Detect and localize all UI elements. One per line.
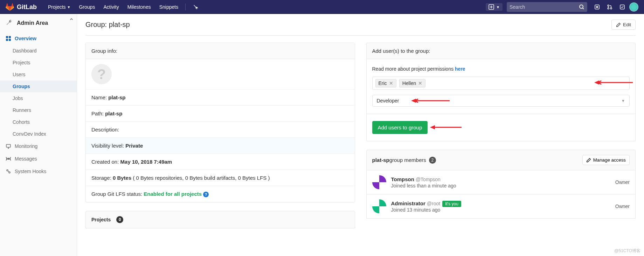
page-title: Group: plat-sp [85,21,130,29]
sidebar-item-dashboard[interactable]: Dashboard [0,45,77,57]
projects-count-badge: 0 [116,216,123,223]
sidebar-item-convdev[interactable]: ConvDev Index [0,128,77,140]
member-handle: @Tompson [416,177,441,182]
wrench-icon [6,19,13,26]
user-avatar[interactable] [629,2,638,12]
member-row: Administrator@rootIt's you Joined 13 min… [366,194,636,219]
user-token-input[interactable]: Eric✕ Hellen✕ [372,77,630,90]
remove-token-icon[interactable]: ✕ [389,80,393,86]
sidebar-item-cohorts[interactable]: Cohorts [0,116,77,128]
svg-rect-9 [9,36,11,38]
members-count-badge: 2 [429,157,436,164]
chevron-down-icon: ▼ [67,5,71,9]
members-head: plat-sp group members 2 Manage access [366,150,636,170]
sidebar-messages[interactable]: Messages [0,152,77,165]
chevron-down-icon: ▼ [496,5,500,9]
member-avatar[interactable] [372,175,386,189]
user-token[interactable]: Eric✕ [375,79,396,87]
search-input[interactable] [510,4,579,10]
sidebar-item-projects[interactable]: Projects [0,57,77,69]
search-icon [579,4,584,10]
help-icon[interactable]: ? [203,192,209,197]
monitor-icon [6,143,11,149]
group-avatar-row: ? [86,59,355,90]
nav-divider [185,3,186,10]
sidebar-item-users[interactable]: Users [0,69,77,80]
member-info: Administrator@rootIt's you Joined 13 min… [391,200,610,213]
nav-projects[interactable]: Projects▼ [44,0,75,14]
left-column: Group info: ? Name: plat-sp Path: plat-s… [85,43,355,228]
issues-link[interactable] [591,1,603,13]
edit-button[interactable]: Edit [611,20,636,30]
sidebar-item-jobs[interactable]: Jobs [0,92,77,104]
svg-point-13 [8,158,9,159]
manage-access-button[interactable]: Manage access [582,155,630,165]
svg-rect-11 [9,39,11,41]
page-header: Group: plat-sp Edit [85,17,636,36]
overview-icon [6,36,11,41]
member-joined: Joined 13 minutes ago [391,207,610,213]
role-select[interactable]: Developer ▼ [372,95,630,107]
group-path-row: Path: plat-sp [86,106,355,122]
group-storage-row: Storage: 0 Bytes ( 0 Bytes repositories,… [86,170,355,186]
nav-snippets[interactable]: Snippets [155,0,182,14]
annotation-arrow-icon [430,125,462,129]
add-users-button[interactable]: Add users to group [372,121,428,134]
pencil-icon [586,158,591,163]
member-joined: Joined less than a minute ago [391,183,610,189]
logo[interactable]: GitLab [6,3,37,11]
member-avatar[interactable] [372,199,386,213]
sidebar-item-groups[interactable]: Groups [0,80,77,92]
top-nav: GitLab Projects▼ Groups Activity Milesto… [0,0,644,14]
svg-rect-8 [6,36,8,38]
nav-items: Projects▼ Groups Activity Milestones Sni… [44,0,202,14]
group-name-row: Name: plat-sp [86,90,355,106]
annotation-arrow-icon [594,80,633,85]
add-users-body: Read more about project permissions here… [366,59,636,141]
sidebar-title[interactable]: Admin Area [0,14,77,32]
lfs-status-link[interactable]: Enabled for all projects [144,191,202,197]
member-handle: @root [427,201,440,206]
pencil-icon [616,22,621,27]
nav-groups[interactable]: Groups [75,0,99,14]
nav-milestones[interactable]: Milestones [123,0,155,14]
svg-rect-12 [6,144,11,147]
collapse-sidebar-button[interactable] [66,15,77,24]
search-box[interactable] [507,2,587,12]
its-you-badge: It's you [442,201,461,207]
plus-square-icon [489,4,494,10]
sidebar-monitoring[interactable]: Monitoring [0,140,77,152]
annotation-arrow-icon [411,99,450,103]
new-dropdown[interactable]: ▼ [486,3,503,11]
merge-requests-link[interactable] [604,1,615,13]
group-info-card: Group info: ? Name: plat-sp Path: plat-s… [85,43,355,202]
issues-icon [594,4,600,10]
broadcast-icon [6,156,11,162]
member-name[interactable]: Administrator [391,200,425,206]
add-users-head: Add user(s) to the group: [366,43,636,59]
group-visibility-row: Visibility level: Private [86,138,355,154]
svg-point-4 [608,5,609,6]
chevron-down-icon: ▼ [621,99,625,103]
sidebar-system-hooks[interactable]: System Hooks [0,165,77,178]
gitlab-logo-icon [6,3,14,11]
nav-admin-wrench[interactable] [188,0,202,14]
right-column: Add user(s) to the group: Read more abou… [366,43,636,219]
sidebar: Admin Area Overview Dashboard Projects U… [0,14,77,256]
member-name[interactable]: Tompson [391,176,414,182]
member-role: Owner [615,179,630,185]
todos-link[interactable] [617,1,628,13]
sidebar-item-runners[interactable]: Runners [0,104,77,116]
group-created-row: Created on: May 10, 2018 7:49am [86,154,355,170]
member-info: Tompson@Tompson Joined less than a minut… [391,176,610,189]
merge-request-icon [607,4,612,10]
permissions-link[interactable]: here [455,66,465,72]
user-token[interactable]: Hellen✕ [399,79,426,87]
svg-point-5 [608,8,609,9]
nav-activity[interactable]: Activity [99,0,123,14]
sidebar-overview[interactable]: Overview [0,32,77,45]
content: Group: plat-sp Edit Group info: ? Name: … [77,14,644,256]
hook-icon [6,169,11,174]
group-avatar-placeholder: ? [91,64,112,84]
remove-token-icon[interactable]: ✕ [418,80,422,86]
